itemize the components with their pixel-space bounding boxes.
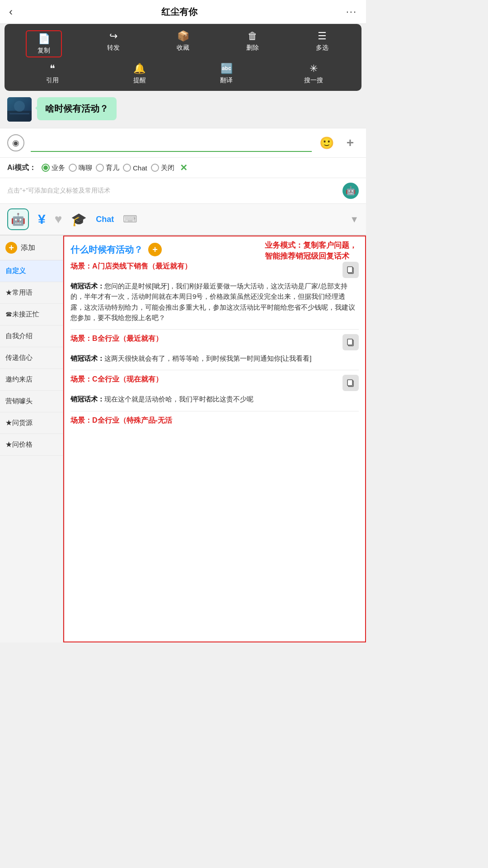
chatbot-icon[interactable]: 🤖 xyxy=(343,183,359,199)
mode-label-haichat: 嗨聊 xyxy=(79,164,92,172)
scenario-b-prefix: 销冠话术： xyxy=(70,354,104,362)
favorite-label: 收藏 xyxy=(177,44,189,52)
translate-icon: 🔤 xyxy=(221,63,233,75)
favorite-icon: 📦 xyxy=(177,30,189,42)
multiselect-label: 多选 xyxy=(316,44,328,52)
sidebar-item-supply[interactable]: ★问货源 xyxy=(0,412,63,434)
scenario-c: 场景：C全行业（现在就有） 销冠话术：现在这个就是活动价哈，我们平时都比这贵不少… xyxy=(70,375,359,404)
mode-option-parenting[interactable]: 育儿 xyxy=(96,164,119,172)
mode-label-parenting: 育儿 xyxy=(106,164,119,172)
emoji-icon: 🙂 xyxy=(319,136,334,150)
sidebar-item-custom[interactable]: 自定义 xyxy=(0,260,63,282)
copy-scenario-c-button[interactable] xyxy=(343,375,359,391)
graduation-hat-icon: 🎓 xyxy=(71,212,87,227)
bot-icon: 🤖 xyxy=(11,212,25,226)
chevron-down-icon: ▼ xyxy=(350,214,359,225)
input-area: ◉ 🙂 + xyxy=(0,128,366,158)
mode-label-business: 业务 xyxy=(52,164,65,172)
scenario-d: 场景：D全行业（特殊产品-无活 xyxy=(70,416,359,425)
back-button[interactable]: ‹ xyxy=(9,5,13,18)
emoji-button[interactable]: 🙂 xyxy=(318,134,335,151)
toolbar-hat-button[interactable]: 🎓 xyxy=(71,212,87,227)
mode-label-off: 关闭 xyxy=(161,164,174,172)
search-label: 搜一搜 xyxy=(304,76,323,85)
copy-scenario-a-button[interactable] xyxy=(343,262,359,278)
menu-quote[interactable]: ❝ 引用 xyxy=(34,63,70,85)
scenario-a-text: 销冠话术：您问的正是时候[呲牙]，我们刚好最近要做一场大活动，这次活动是厂家/总… xyxy=(70,281,359,323)
radio-haichat[interactable] xyxy=(69,164,77,172)
mode-option-business[interactable]: 业务 xyxy=(42,164,65,172)
add-label: 添加 xyxy=(21,243,35,253)
radio-business[interactable] xyxy=(42,164,50,172)
menu-favorite[interactable]: 📦 收藏 xyxy=(165,30,201,57)
toolbar-bot-button[interactable]: 🤖 xyxy=(7,208,29,230)
radio-chat[interactable] xyxy=(123,164,131,172)
remind-label: 提醒 xyxy=(133,76,146,85)
toolbar-keyboard-button[interactable]: ⌨ xyxy=(123,213,137,225)
menu-translate[interactable]: 🔤 翻译 xyxy=(208,63,244,85)
context-menu-row-2: ❝ 引用 🔔 提醒 🔤 翻译 ✳ 搜一搜 xyxy=(9,63,357,85)
copy-scenario-b-button[interactable] xyxy=(343,334,359,350)
svg-rect-3 xyxy=(9,113,29,114)
radio-off[interactable] xyxy=(151,164,159,172)
mode-label-chat: Chat xyxy=(133,164,147,172)
menu-forward[interactable]: ↪ 转发 xyxy=(95,30,131,57)
content-add-button[interactable]: + xyxy=(148,243,162,256)
scenario-a-header: 场景：A门店类线下销售（最近就有） xyxy=(70,262,359,278)
keyboard-icon: ⌨ xyxy=(123,213,137,225)
page-title: 红尘有你 xyxy=(161,6,197,18)
sidebar-item-intro[interactable]: 自我介绍 xyxy=(0,326,63,347)
toolbar-chat-button[interactable]: Chat xyxy=(96,215,114,224)
sidebar: + 添加 自定义 ★常用语 ☎未接正忙 自我介绍 传递信心 邀约来店 营销噱头 … xyxy=(0,236,63,642)
radio-parenting[interactable] xyxy=(96,164,104,172)
toolbar-heart-button[interactable]: ♥ xyxy=(55,212,62,226)
scenario-d-header: 场景：D全行业（特殊产品-无活 xyxy=(70,416,359,425)
translate-label: 翻译 xyxy=(220,76,233,85)
svg-rect-5 xyxy=(347,267,352,273)
scenario-c-text: 销冠话术：现在这个就是活动价哈，我们平时都比这贵不少呢 xyxy=(70,394,359,404)
scenario-c-body: 现在这个就是活动价哈，我们平时都比这贵不少呢 xyxy=(104,395,253,403)
menu-remind[interactable]: 🔔 提醒 xyxy=(122,63,158,85)
delete-label: 删除 xyxy=(246,44,259,52)
menu-delete[interactable]: 🗑 删除 xyxy=(235,30,271,57)
message-input[interactable] xyxy=(31,134,312,152)
mode-option-off[interactable]: 关闭 xyxy=(151,164,174,172)
svg-point-2 xyxy=(14,101,25,112)
chat-message: 啥时候有活动？ xyxy=(37,97,117,120)
sidebar-item-confidence[interactable]: 传递信心 xyxy=(0,347,63,369)
sidebar-item-marketing[interactable]: 营销噱头 xyxy=(0,391,63,412)
toolbar-expand-button[interactable]: ▼ xyxy=(350,214,359,225)
toolbar-yen-button[interactable]: ¥ xyxy=(38,212,46,227)
scenario-c-prefix: 销冠话术： xyxy=(70,395,104,403)
more-button[interactable]: ··· xyxy=(346,6,357,18)
chat-label: Chat xyxy=(96,215,114,224)
scenario-b-text: 销冠话术：这两天很快就会有了，稍等等哈，到时候我第一时间通知你[让我看看] xyxy=(70,353,359,363)
mode-option-chat[interactable]: Chat xyxy=(123,164,147,172)
yen-icon: ¥ xyxy=(38,212,46,227)
ai-mode-label: Ai模式： xyxy=(7,163,36,173)
content-title: 什么时候有活动？ xyxy=(70,244,143,256)
sidebar-item-invite[interactable]: 邀约来店 xyxy=(0,369,63,391)
voice-button[interactable]: ◉ xyxy=(7,134,24,151)
scenario-a: 场景：A门店类线下销售（最近就有） 销冠话术：您问的正是时候[呲牙]，我们刚好最… xyxy=(70,262,359,323)
avatar xyxy=(7,97,32,122)
menu-search[interactable]: ✳ 搜一搜 xyxy=(296,63,332,85)
sidebar-item-price[interactable]: ★问价格 xyxy=(0,434,63,456)
sidebar-item-common[interactable]: ★常用语 xyxy=(0,282,63,304)
sidebar-add-button[interactable]: + 添加 xyxy=(0,236,63,260)
header: ‹ 红尘有你 ··· xyxy=(0,0,366,24)
forward-icon: ↪ xyxy=(109,30,117,42)
add-media-button[interactable]: + xyxy=(342,134,359,151)
mode-option-haichat[interactable]: 嗨聊 xyxy=(69,164,92,172)
avatar-image xyxy=(7,97,32,122)
sidebar-item-missed[interactable]: ☎未接正忙 xyxy=(0,304,63,326)
toolbar: 🤖 ¥ ♥ 🎓 Chat ⌨ ▼ xyxy=(0,204,366,236)
close-ai-button[interactable]: ✕ xyxy=(180,162,188,173)
scenario-b: 场景：B全行业（最近就有） 销冠话术：这两天很快就会有了，稍等等哈，到时候我第一… xyxy=(70,334,359,363)
menu-copy[interactable]: 📄 复制 xyxy=(26,30,62,57)
svg-rect-9 xyxy=(347,380,352,386)
ai-mode-bar: Ai模式： 业务 嗨聊 育儿 Chat 关闭 ✕ xyxy=(0,158,366,178)
scenario-b-header: 场景：B全行业（最近就有） xyxy=(70,334,359,350)
hint-bar: 点击"+"可添加自定义标签及常用话术 🤖 xyxy=(0,178,366,204)
menu-multiselect[interactable]: ☰ 多选 xyxy=(304,30,340,57)
